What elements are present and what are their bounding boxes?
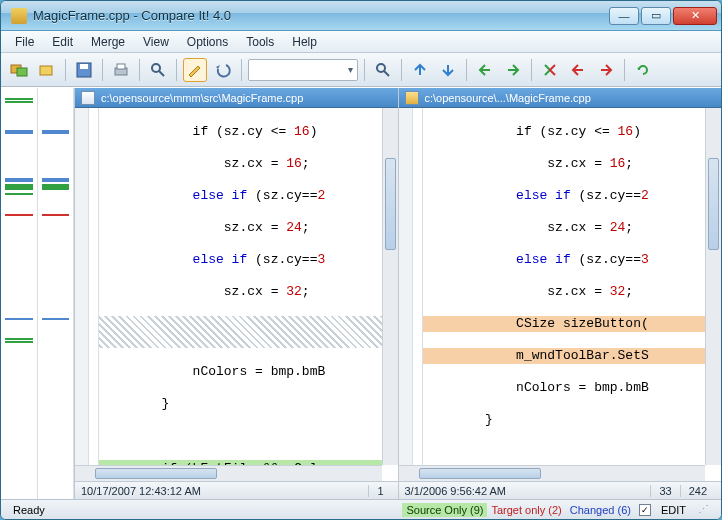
right-pane-header[interactable]: c:\opensource\...\MagicFrame.cpp: [399, 88, 722, 108]
toolbar-separator: [624, 59, 625, 81]
menu-merge[interactable]: Merge: [83, 33, 133, 51]
menu-view[interactable]: View: [135, 33, 177, 51]
find-button[interactable]: [146, 58, 170, 82]
menu-options[interactable]: Options: [179, 33, 236, 51]
right-col-number: 242: [680, 485, 715, 497]
status-edit-mode: EDIT: [655, 504, 692, 516]
merge-icon: [541, 61, 559, 79]
arrow-right-green-icon: [504, 61, 522, 79]
toolbar-separator: [102, 59, 103, 81]
status-ready: Ready: [7, 504, 51, 516]
left-line-number: 1: [368, 485, 391, 497]
close-button[interactable]: ✕: [673, 7, 717, 25]
toolbar-separator: [531, 59, 532, 81]
replace-left-button[interactable]: [566, 58, 590, 82]
edit-button[interactable]: [183, 58, 207, 82]
file-icon: [81, 91, 95, 105]
refresh-button[interactable]: [631, 58, 655, 82]
target-only-block: CSize sizeButton(: [423, 316, 706, 332]
hatch-gap: [75, 316, 382, 348]
svg-point-9: [377, 64, 385, 72]
right-code-area[interactable]: if (sz.cy <= 16) sz.cx = 16; else if (sz…: [399, 108, 722, 481]
toolbar-separator: [65, 59, 66, 81]
minimize-button[interactable]: —: [609, 7, 639, 25]
svg-rect-2: [40, 66, 52, 75]
statusbar: Ready Source Only (9) Target only (2) Ch…: [1, 499, 721, 519]
left-pane-header[interactable]: c:\opensource\mmm\src\MagicFrame.cpp: [75, 88, 398, 108]
left-pane-status: 10/17/2007 12:43:12 AM 1: [75, 481, 398, 499]
menu-edit[interactable]: Edit: [44, 33, 81, 51]
new-compare-button[interactable]: [7, 58, 31, 82]
right-file-date: 3/1/2006 9:56:42 AM: [405, 485, 515, 497]
right-line-number: 33: [650, 485, 679, 497]
status-target-only[interactable]: Target only (2): [487, 503, 565, 517]
print-button[interactable]: [109, 58, 133, 82]
resize-grip-icon[interactable]: ⋰: [692, 503, 715, 516]
right-scrollbar-vertical[interactable]: [705, 108, 721, 465]
app-window: MagicFrame.cpp - Compare It! 4.0 — ▭ ✕ F…: [0, 0, 722, 520]
menu-help[interactable]: Help: [284, 33, 325, 51]
status-changed[interactable]: Changed (6): [566, 503, 635, 517]
overview-panel[interactable]: [1, 88, 75, 499]
toolbar-separator: [401, 59, 402, 81]
right-gutter: [399, 108, 413, 465]
left-code-area[interactable]: if (sz.cy <= 16) sz.cx = 16; else if (sz…: [75, 108, 398, 481]
pencil-icon: [186, 61, 204, 79]
left-gutter: [75, 108, 89, 465]
overview-left: [1, 88, 38, 499]
svg-rect-4: [80, 64, 88, 69]
right-pane-status: 3/1/2006 9:56:42 AM 33 242: [399, 481, 722, 499]
filter-dropdown[interactable]: [248, 59, 358, 81]
arrow-down-icon: [439, 61, 457, 79]
undo-icon: [214, 61, 232, 79]
folder-pair-icon: [10, 61, 28, 79]
zoom-button[interactable]: [371, 58, 395, 82]
arrow-up-icon: [411, 61, 429, 79]
save-button[interactable]: [72, 58, 96, 82]
next-diff-button[interactable]: [436, 58, 460, 82]
merge-diag-button[interactable]: [538, 58, 562, 82]
right-scrollbar-horizontal[interactable]: [399, 465, 706, 481]
svg-line-8: [159, 71, 164, 76]
left-file-path: c:\opensource\mmm\src\MagicFrame.cpp: [101, 92, 303, 104]
svg-rect-1: [17, 68, 27, 76]
right-pane: c:\opensource\...\MagicFrame.cpp if (sz.…: [399, 88, 722, 499]
copy-right-button[interactable]: [501, 58, 525, 82]
left-file-date: 10/17/2007 12:43:12 AM: [81, 485, 209, 497]
menu-tools[interactable]: Tools: [238, 33, 282, 51]
status-source-only[interactable]: Source Only (9): [402, 503, 487, 517]
toolbar-separator: [364, 59, 365, 81]
magnifier-icon: [149, 61, 167, 79]
prev-diff-button[interactable]: [408, 58, 432, 82]
open-button[interactable]: [35, 58, 59, 82]
magnifier-icon: [374, 61, 392, 79]
left-marker-gutter: [89, 108, 99, 465]
target-only-block: m_wndToolBar.SetS: [423, 348, 706, 364]
menubar: File Edit Merge View Options Tools Help: [1, 31, 721, 53]
toolbar-separator: [466, 59, 467, 81]
toolbar: [1, 53, 721, 87]
status-checkbox[interactable]: ✓: [639, 504, 651, 516]
menu-file[interactable]: File: [7, 33, 42, 51]
floppy-icon: [75, 61, 93, 79]
overview-right: [38, 88, 75, 499]
arrow-right-red-icon: [597, 61, 615, 79]
undo-button[interactable]: [211, 58, 235, 82]
right-marker-gutter: [413, 108, 423, 465]
right-file-path: c:\opensource\...\MagicFrame.cpp: [425, 92, 591, 104]
left-pane: c:\opensource\mmm\src\MagicFrame.cpp if …: [75, 88, 399, 499]
svg-point-7: [152, 64, 160, 72]
folder-open-icon: [38, 61, 56, 79]
titlebar[interactable]: MagicFrame.cpp - Compare It! 4.0 — ▭ ✕: [1, 1, 721, 31]
refresh-icon: [634, 61, 652, 79]
printer-icon: [112, 61, 130, 79]
left-scrollbar-vertical[interactable]: [382, 108, 398, 465]
toolbar-separator: [139, 59, 140, 81]
copy-left-button[interactable]: [473, 58, 497, 82]
replace-right-button[interactable]: [594, 58, 618, 82]
arrow-left-red-icon: [569, 61, 587, 79]
toolbar-separator: [176, 59, 177, 81]
left-scrollbar-horizontal[interactable]: [75, 465, 382, 481]
maximize-button[interactable]: ▭: [641, 7, 671, 25]
file-icon: [405, 91, 419, 105]
